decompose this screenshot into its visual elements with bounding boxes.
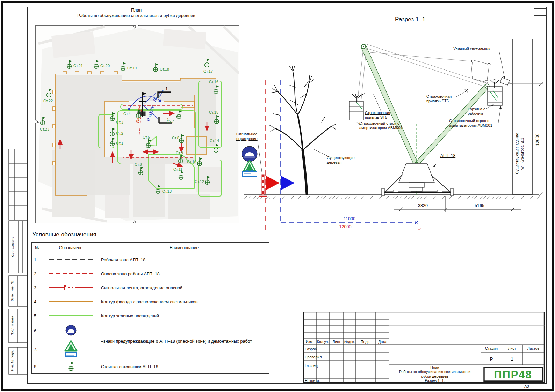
station-marker: Ст.16 [213, 84, 219, 95]
site-plan-drawing: R=6,8м R=11,0м R=12,0м 1 1 [35, 25, 239, 223]
station-label: Ст.22 [43, 99, 53, 103]
legend-row-6: 6. –знаки предупреждающие о АГП–18 (опас… [32, 323, 269, 339]
existing-building-label: Существующее здание ул. Курчатова, д.1 [514, 108, 525, 199]
existing-tree [269, 65, 337, 194]
basket-left [349, 94, 365, 120]
format-label: А3 [521, 384, 533, 389]
station-marker: Ст.18 [152, 62, 159, 73]
station-flag-icon [214, 114, 220, 125]
harness-left-label: Страховочная привязь ST5 [365, 111, 390, 120]
stamp-sign-date: Подп. и дата [10, 316, 14, 335]
station-marker: Ст.5 [145, 138, 151, 149]
station-marker: Ст.21 [66, 59, 72, 69]
station-label: Ст.15 [209, 110, 218, 114]
station-flag-icon [138, 165, 144, 176]
station-label: Ст.8 [172, 136, 179, 140]
station-marker: Ст.13 [155, 184, 161, 194]
station-marker: Ст.23 [39, 116, 46, 126]
station-marker: Ст.17 [204, 58, 210, 68]
legend-table: № Обозначене Наименование 1. Рабочая зон… [31, 242, 269, 374]
rev-col-izm: Изм. [306, 340, 314, 344]
station-label: Ст.10 [187, 160, 196, 164]
dim-danger-zone: 12000 [339, 224, 352, 229]
station-label: Ст.3 [116, 120, 123, 124]
legend-row-5: 5. Контур зеленых насаждений [32, 309, 269, 323]
station-label: Ст.12 [195, 179, 204, 184]
agp-booms [357, 44, 490, 167]
legend-col-name: Наименование [99, 243, 269, 253]
legend-row-4: 4. Контур фасада с расположением светиль… [32, 295, 269, 309]
station-label: Ст.23 [40, 127, 49, 131]
station-marker: Ст.2 [109, 127, 115, 137]
station-marker: Ст.15 [214, 114, 220, 125]
street-lamp [500, 77, 513, 85]
station-flag-icon [145, 138, 151, 149]
station-flag-icon [109, 136, 115, 147]
station-flag-icon [178, 170, 184, 180]
ground-hatch [244, 195, 539, 199]
station-marker: Ст.9 [178, 154, 184, 164]
station-marker: Ст.20 [93, 59, 99, 69]
cut-label-top: 1 [165, 86, 168, 91]
station-marker: Ст.19 [120, 61, 126, 72]
station-flag-icon [39, 116, 46, 126]
dim-building-height: 12000 [535, 134, 540, 146]
side-stamps: Согласовано Взам. инв. № Подп. и дата Ин… [8, 148, 28, 379]
row-chief: Гл.спец. [305, 363, 319, 368]
row-developed: Разраб. [305, 347, 318, 351]
stamp-inv-orig: Инв. № подл. [10, 350, 14, 371]
station-flag-icon [66, 59, 72, 69]
legend-col-symbol: Обозначене [43, 243, 99, 253]
station-flag-icon [109, 127, 115, 137]
station-flag-icon [176, 109, 182, 120]
station-label: Ст.2 [116, 131, 123, 135]
station-label: Ст.4 [123, 112, 131, 116]
dim-outriggers: 3320 [418, 203, 428, 208]
station-label: Ст.20 [100, 64, 110, 68]
station-marker: Ст.6 [138, 165, 144, 176]
greenery-contour-symbol [46, 312, 95, 319]
doc-title-line2: Работы по обслуживанию светильников и [399, 370, 470, 374]
legend-col-num: № [32, 243, 43, 253]
logo-text: ППР48 [494, 369, 532, 381]
station-marker: Ст.22 [46, 88, 52, 98]
station-flag-icon [155, 184, 161, 194]
legend-heading: Условные обозначения [32, 231, 96, 238]
signal-tape-symbol [46, 283, 95, 291]
station-flag-icon [152, 62, 159, 73]
sheet-value: 1 [511, 356, 513, 362]
warning-sign-symbol [63, 340, 79, 358]
signal-fence-post [258, 140, 267, 196]
stage-label: Стадия [485, 346, 498, 350]
station-label: Ст.11 [173, 167, 182, 171]
station-flag-icon [135, 109, 142, 119]
station-flag-icon [204, 58, 210, 68]
basket-label: Корзина с рабочим [468, 107, 485, 116]
rev-col-list: Лист [333, 340, 341, 344]
station-flag-icon [178, 154, 184, 164]
station-flag-icon [46, 88, 52, 98]
facade-contour-symbol [46, 298, 95, 305]
legend-row-8: 8. Стоянка автовышки АГП–18 [32, 360, 269, 374]
legend-row-3: 3. Сигнальная лента, ограждение опасной [32, 281, 269, 295]
company-logo: ППР48 [484, 367, 542, 381]
station-marker: Ст.1 [109, 136, 115, 147]
plan-title-line2: Работы по обслуживанию светильников и ру… [45, 13, 227, 18]
doc-title-line4: Разрез 1–1. [425, 378, 445, 383]
row-control: Н. контр. [305, 378, 320, 383]
strop-left-label: Страховочный строп с амортизатором АВМ00… [359, 121, 403, 130]
stamp-agreed: Согласовано [10, 237, 14, 257]
drawing-sheet: План Работы по обслуживанию светильников… [0, 0, 555, 392]
red-flag [266, 176, 280, 190]
signal-fence-label: Сигнальное ограждение [236, 132, 258, 141]
warning-triangle-sign [244, 160, 255, 171]
existing-trees-label: Существующие деревья [327, 156, 355, 165]
station-label: Ст.18 [160, 67, 169, 71]
station-marker: Ст.10 [196, 156, 203, 167]
blue-flag [281, 176, 295, 190]
helmet-sign-symbol [64, 324, 78, 337]
row-checked: Проверил [305, 355, 322, 359]
station-marker: Ст.11 [178, 170, 184, 180]
station-marker: Ст.3 [109, 111, 115, 122]
stage-value: Р [490, 356, 493, 362]
